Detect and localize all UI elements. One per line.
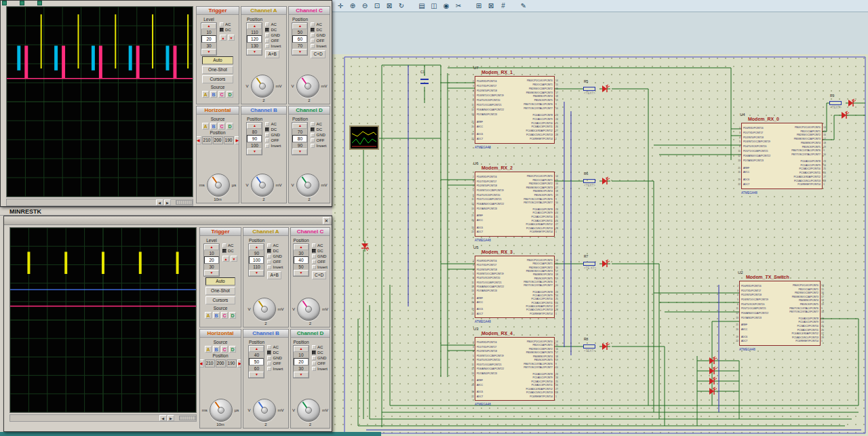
scroll-left-button[interactable]: ◀	[156, 199, 163, 205]
spin-down-button[interactable]: ▼	[204, 270, 219, 276]
resistor-led-r9[interactable]: R9<TEXT>	[829, 98, 858, 108]
scope-scrollbar[interactable]: ◀ ▶	[6, 199, 193, 206]
coupling-gnd-button[interactable]: GND	[312, 356, 326, 360]
spin-right-button[interactable]: ▶	[235, 136, 240, 144]
invert-button[interactable]: Invert	[311, 144, 326, 148]
spin-left-button[interactable]: ◀	[196, 136, 201, 144]
coupling-gnd-button[interactable]: GND	[311, 133, 325, 137]
coupling-ac-button[interactable]: AC	[267, 243, 278, 247]
invert-button[interactable]: Invert	[267, 265, 283, 269]
chip-modem_rx_0[interactable]: U4Modem_RX_0PD0/RXD/PCINT16PD1/TXD/PCINT…	[741, 123, 823, 189]
capacitor-c1[interactable]: C1	[420, 76, 429, 87]
knob[interactable]	[210, 399, 233, 422]
mini-display[interactable]	[349, 125, 379, 150]
coupling-dc-button[interactable]: DC	[267, 351, 279, 355]
led-icon[interactable]	[599, 342, 610, 351]
resistor-body[interactable]	[583, 344, 595, 349]
coupling-ac-button[interactable]: AC	[311, 22, 321, 26]
trigger-edge-button[interactable]: ▲	[222, 256, 229, 262]
knob[interactable]	[297, 298, 320, 321]
coupling-gnd-button[interactable]: GND	[311, 33, 325, 37]
scrollbar-thumb[interactable]	[176, 200, 193, 205]
coupling-dc-button[interactable]: DC	[312, 351, 323, 355]
coupling-off-button[interactable]: OFF	[312, 260, 326, 264]
one-shot-button[interactable]: One-Shot	[205, 287, 235, 295]
scroll-right-button[interactable]: ▶	[167, 415, 175, 421]
spin-down-button[interactable]: ▼	[247, 148, 262, 155]
spin-down-button[interactable]: ▼	[249, 372, 264, 378]
spin-up-button[interactable]: ▲	[247, 23, 262, 29]
invert-button[interactable]: Invert	[265, 144, 281, 148]
source-d-button[interactable]: D	[229, 346, 236, 353]
spin-down-button[interactable]: ▼	[247, 49, 262, 55]
coupling-ac-button[interactable]: AC	[222, 243, 233, 247]
coupling-dc-button[interactable]: DC	[222, 249, 234, 253]
led-icon[interactable]	[707, 376, 717, 386]
trigger-edge-button[interactable]: ▼	[228, 35, 235, 41]
coupling-gnd-button[interactable]: GND	[267, 356, 281, 360]
source-a-button[interactable]: A	[205, 346, 212, 353]
auto-button[interactable]: Auto	[202, 56, 233, 64]
coupling-ac-button[interactable]: AC	[265, 22, 276, 26]
resistor-led-r7[interactable]: R7<TE XT>	[583, 259, 612, 269]
led-icon[interactable]	[599, 84, 610, 94]
resistor-body[interactable]	[583, 87, 595, 91]
close-icon[interactable]: ✕	[323, 217, 330, 224]
spin-down-button[interactable]: ▼	[292, 49, 307, 55]
invert-button[interactable]: Invert	[265, 44, 281, 48]
led-icon[interactable]	[599, 259, 610, 269]
coupling-dc-button[interactable]: DC	[311, 127, 322, 132]
invert-button[interactable]: Invert	[312, 265, 328, 269]
spin-up-button[interactable]: ▲	[249, 346, 264, 352]
led-icon[interactable]	[707, 366, 717, 376]
invert-button[interactable]: Invert	[267, 367, 283, 371]
source-c-button[interactable]: C	[221, 346, 228, 353]
scrollbar-thumb[interactable]	[179, 416, 196, 420]
coupling-gnd-button[interactable]: GND	[312, 254, 326, 258]
coupling-dc-button[interactable]: DC	[311, 28, 322, 32]
cursors-button[interactable]: Cursors	[205, 296, 235, 304]
combine-button[interactable]: C+D	[311, 50, 325, 58]
chip-modem_rx_3[interactable]: U5Modem_RX_3PD0/RXD/PCINT16PD1/TXD/PCINT…	[475, 256, 555, 318]
trigger-edge-button[interactable]: ▼	[231, 256, 237, 262]
led-icon[interactable]	[707, 356, 717, 365]
cursors-button[interactable]: Cursors	[202, 75, 233, 83]
auto-button[interactable]: Auto	[205, 277, 235, 285]
spin-right-button[interactable]: ▶	[237, 359, 242, 368]
source-c-button[interactable]: C	[218, 91, 225, 98]
coupling-off-button[interactable]: OFF	[312, 361, 326, 365]
coupling-dc-button[interactable]: DC	[267, 249, 279, 253]
spin-left-button[interactable]: ◀	[199, 359, 204, 368]
combine-button[interactable]: A+B	[265, 50, 279, 58]
coupling-ac-button[interactable]: AC	[312, 345, 323, 349]
source-b-button[interactable]: B	[213, 312, 220, 319]
led-icon[interactable]	[707, 387, 717, 396]
knob[interactable]	[297, 399, 320, 422]
resistor-led-r6[interactable]: R6<TEXT>	[583, 176, 612, 186]
coupling-dc-button[interactable]: DC	[265, 28, 277, 32]
coupling-dc-button[interactable]: DC	[220, 28, 231, 32]
scope-scrollbar[interactable]: ◀ ▶	[9, 414, 197, 422]
chip-modem_rx_2[interactable]: U6Modem_RX_2PD0/RXD/PCINT16PD1/TXD/PCINT…	[475, 172, 555, 237]
coupling-ac-button[interactable]: AC	[265, 122, 276, 126]
knob[interactable]	[253, 399, 276, 422]
coupling-ac-button[interactable]: AC	[311, 122, 321, 126]
spin-up-button[interactable]: ▲	[247, 123, 262, 129]
scroll-right-button[interactable]: ▶	[164, 199, 172, 205]
spin-up-button[interactable]: ▲	[201, 23, 216, 29]
source-a-button[interactable]: A	[202, 123, 209, 130]
chip-modem_tx_switch[interactable]: U2Modem_TX_SwitchPD0/RXD/PCINT16PD1/TXD/…	[739, 281, 821, 346]
source-b-button[interactable]: B	[210, 123, 217, 130]
knob[interactable]	[207, 174, 230, 197]
spin-up-button[interactable]: ▲	[204, 244, 219, 250]
resistor-led-r5[interactable]: R5<TEXT>	[583, 84, 612, 94]
led-icon[interactable]	[599, 176, 610, 186]
coupling-gnd-button[interactable]: GND	[265, 133, 279, 137]
chip-modem_rx_1[interactable]: U7Modem_RX_1PD0/RXD/PCINT16PD1/TXD/PCINT…	[475, 76, 555, 144]
knob[interactable]	[253, 298, 276, 321]
coupling-ac-button[interactable]: AC	[220, 22, 231, 26]
combine-button[interactable]: C+D	[312, 271, 326, 279]
chip-modem_rx_4[interactable]: U3Modem_RX_4PD0/RXD/PCINT16PD1/TXD/PCINT…	[475, 337, 555, 401]
coupling-dc-button[interactable]: DC	[265, 127, 277, 132]
spin-down-button[interactable]: ▼	[292, 148, 307, 155]
